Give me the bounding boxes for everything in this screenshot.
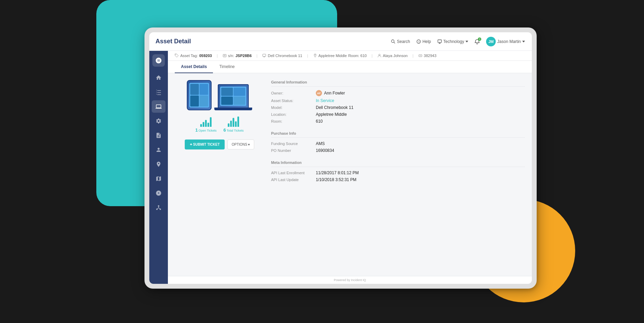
svg-line-1 [394,42,395,43]
left-panel: 1 Open Tickets [175,80,264,269]
user-menu-button[interactable]: JM Jason Martin [486,37,525,46]
help-label: Help [422,39,431,44]
user-breadcrumb-icon [377,54,382,58]
user-label: Alaya Johnson [383,54,408,58]
owner-row: Owner: AF Ann Fowler [271,90,525,96]
footer-text: Powered by Incident IQ [334,278,366,282]
svg-rect-11 [263,54,266,57]
general-info-section: General Information Owner: AF Ann Fowler [271,80,525,126]
tag-icon [175,54,179,58]
status-label: Asset Status: [271,99,316,103]
funding-row: Funding Source AMS [271,141,525,146]
tablet-screen [189,83,209,108]
total-ticket-count: 6 [224,127,226,133]
ticket-stats: 1 Open Tickets [195,116,244,133]
sidebar-item-assets[interactable] [152,100,165,113]
avatar: JM [486,37,496,46]
map-icon [155,176,162,182]
sidebar [149,51,168,284]
page-title: Asset Detail [153,38,191,45]
technology-button[interactable]: Technology [437,39,469,44]
owner-avatar: AF [316,90,322,96]
api-update-row: API Last Update 1/10/2018 3:52:31 PM [271,177,525,182]
notifications-button[interactable]: 1 [474,39,480,44]
api-enrollment-row: API Last Enrollment 11/28/2017 8:01:12 P… [271,170,525,175]
serial-icon [223,54,227,58]
user-id-value: 382943 [424,54,437,58]
po-label: PO Number [271,148,316,153]
open-count-row: 1 Open Tickets [195,127,217,133]
tablet-device [187,80,212,110]
device-mockup: Asset Detail Search ? [144,27,557,302]
action-buttons: ✦ SUBMIT TICKET OPTIONS ▾ [185,140,255,149]
laptop-image [214,84,252,110]
tablet-image [187,80,212,110]
main-area: Asset Tag: 059203 | s/n: JSP28B6 [149,51,532,284]
open-ticket-count: 1 [195,127,198,133]
api-update-value: 1/10/2018 3:52:31 PM [316,177,356,182]
sidebar-item-locations[interactable] [152,158,165,170]
options-button[interactable]: OPTIONS ▾ [227,140,255,149]
svg-point-0 [391,40,394,42]
id-icon [418,54,422,58]
general-info-title: General Information [271,80,525,87]
api-enrollment-value: 11/28/2017 8:01:12 PM [316,170,359,175]
laptop-display [220,87,246,106]
model-label: Model: [271,105,316,110]
total-tickets-stat: 6 Total Tickets [224,116,244,133]
monitor-icon [437,39,442,44]
svg-rect-4 [438,40,441,42]
breadcrumb-user-id: 382943 [418,54,437,58]
meta-info-section: Meta Information API Last Enrollment 11/… [271,160,525,184]
user-chevron-icon [522,40,525,43]
total-count-row: 6 Total Tickets [224,127,244,133]
top-bar: Asset Detail Search ? [149,32,532,51]
svg-point-14 [314,55,315,55]
submit-ticket-button[interactable]: ✦ SUBMIT TICKET [185,140,225,149]
asset-tag-label: Asset Tag: [180,54,198,58]
svg-point-15 [379,54,380,56]
asset-tag-value: 059203 [199,54,212,58]
breadcrumb-user: Alaya Johnson [377,54,408,58]
sidebar-logo[interactable] [152,54,165,67]
location-value: Appletree Middle [319,54,347,58]
room-label: Room: [271,119,316,123]
search-label: Search [397,39,410,44]
breadcrumb-serial: s/n: JSP28B6 [223,54,252,58]
search-button[interactable]: Search [391,39,410,44]
screen-content: Asset Detail Search ? [149,32,532,284]
sidebar-item-tickets[interactable] [152,86,165,98]
location-value: Appletree Middle [316,112,347,117]
user-name: Jason Martin [497,39,521,44]
serial-value: JSP28B6 [235,54,251,58]
app-logo-icon [155,57,162,64]
sidebar-item-settings[interactable] [152,115,165,127]
main-content: 1 Open Tickets [168,73,532,276]
svg-point-7 [175,54,176,55]
help-button[interactable]: ? Help [416,39,431,44]
sidebar-item-reports[interactable] [152,129,165,142]
owner-value: Ann Fowler [324,91,345,96]
owner-label: Owner: [271,91,316,95]
sidebar-item-integrations[interactable] [152,187,165,199]
sidebar-item-users[interactable] [152,144,165,156]
model-row: Model: Dell Chromebook 11 [271,105,525,110]
purchase-info-section: Purchase Info Funding Source AMS PO Numb… [271,131,525,155]
room-value: 610 [316,119,323,124]
network-icon [155,204,162,211]
notification-count: 1 [478,37,481,41]
open-tickets-chart [200,116,212,127]
laptop-base [214,108,252,110]
funding-value: AMS [316,141,325,146]
total-ticket-label: Total Tickets [227,129,244,132]
sidebar-item-network[interactable] [152,201,165,214]
content-area: Asset Tag: 059203 | s/n: JSP28B6 [168,51,532,284]
location-label: Location: [271,112,316,116]
chevron-down-icon [465,40,468,43]
sidebar-item-home[interactable] [152,71,165,84]
po-row: PO Number 16900834 [271,148,525,153]
tab-timeline[interactable]: Timeline [213,61,241,73]
tab-asset-details[interactable]: Asset Details [175,61,213,73]
sidebar-item-map[interactable] [152,172,165,185]
open-tickets-stat: 1 Open Tickets [195,116,217,133]
